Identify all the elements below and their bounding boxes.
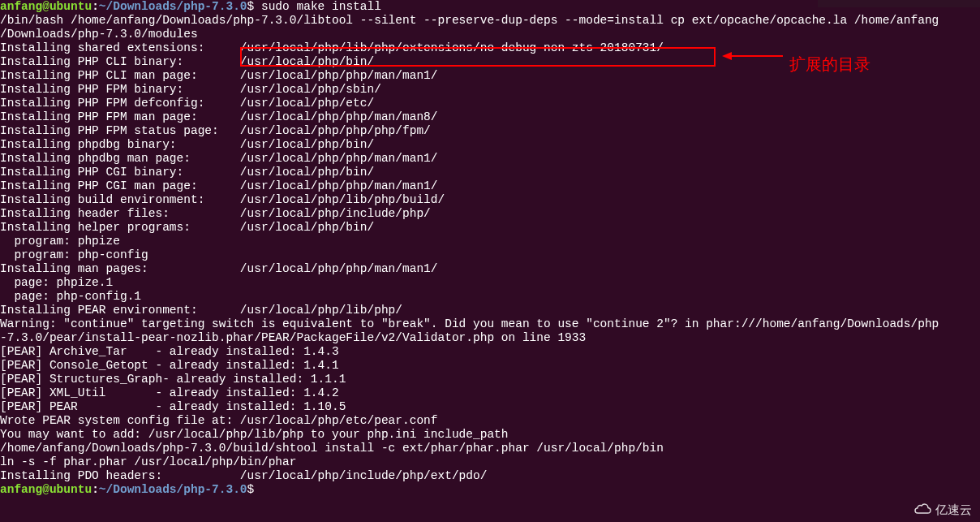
output-line: Installing helper programs: /usr/local/p… [0,221,980,235]
prompt-command: $ sudo make install [247,0,381,13]
prompt-dollar: $ [247,483,255,496]
prompt-user: anfang@ubuntu [0,483,92,496]
output-line: page: phpize.1 [0,276,980,290]
output-line: [PEAR] Console_Getopt - already installe… [0,359,980,373]
output-line: You may want to add: /usr/local/php/lib/… [0,428,980,442]
prompt-line-1: anfang@ubuntu:~/Downloads/php-7.3.0$ sud… [0,0,980,14]
output-line: Installing phpdbg binary: /usr/local/php… [0,138,980,152]
output-line: /home/anfang/Downloads/php-7.3.0/build/s… [0,442,980,455]
prompt-line-2[interactable]: anfang@ubuntu:~/Downloads/php-7.3.0$ [0,483,980,497]
output-line: program: phpize [0,235,980,248]
output-line: Warning: "continue" targeting switch is … [0,317,980,331]
output-line: program: php-config [0,248,980,262]
output-line: -7.3.0/pear/install-pear-nozlib.phar/PEA… [0,331,980,345]
output-line: Installing PHP CLI binary: /usr/local/ph… [0,55,980,69]
output-line: Installing PEAR environment: /usr/local/… [0,304,980,317]
output-line: Installing PHP FPM status page: /usr/loc… [0,124,980,138]
cloud-icon [914,502,932,517]
terminal-window[interactable]: anfang@ubuntu:~/Downloads/php-7.3.0$ sud… [0,0,980,497]
output-line: Installing PHP FPM binary: /usr/local/ph… [0,83,980,97]
output-line: Installing PHP FPM man page: /usr/local/… [0,110,980,124]
prompt-user: anfang@ubuntu [0,0,92,13]
prompt-colon: : [92,483,99,496]
output-line: [PEAR] Archive_Tar - already installed: … [0,345,980,359]
output-line: Installing PHP CGI binary: /usr/local/ph… [0,166,980,179]
output-line: [PEAR] PEAR - already installed: 1.10.5 [0,400,980,414]
output-line: [PEAR] Structures_Graph- already install… [0,373,980,386]
output-line: page: php-config.1 [0,290,980,304]
output-line: Installing PDO headers: /usr/local/php/i… [0,469,980,483]
watermark-text: 亿速云 [935,503,972,516]
output-line: Installing PHP CLI man page: /usr/local/… [0,69,980,83]
output-line: Installing header files: /usr/local/php/… [0,207,980,221]
output-line: Installing PHP FPM defconfig: /usr/local… [0,97,980,110]
output-line: Installing PHP CGI man page: /usr/local/… [0,179,980,193]
prompt-path: ~/Downloads/php-7.3.0 [99,483,247,496]
output-line: Installing build environment: /usr/local… [0,193,980,207]
output-line: Installing man pages: /usr/local/php/php… [0,262,980,276]
output-line: Wrote PEAR system config file at: /usr/l… [0,414,980,428]
prompt-path: ~/Downloads/php-7.3.0 [99,0,247,13]
output-line: /Downloads/php-7.3.0/modules [0,28,980,41]
output-line: /bin/bash /home/anfang/Downloads/php-7.3… [0,14,980,28]
output-line: [PEAR] XML_Util - already installed: 1.4… [0,386,980,400]
output-line: Installing shared extensions: /usr/local… [0,41,980,55]
output-line: ln -s -f phar.phar /usr/local/php/bin/ph… [0,455,980,469]
output-line: Installing phpdbg man page: /usr/local/p… [0,152,980,166]
watermark: 亿速云 [914,502,972,517]
prompt-colon: : [92,0,99,13]
